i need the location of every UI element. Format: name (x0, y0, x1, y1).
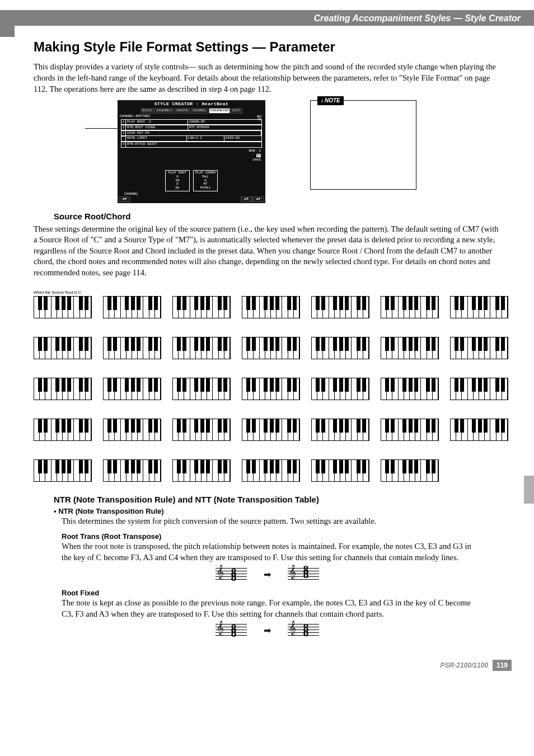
lcd-row-left: PLAY ROOT :C (126, 120, 188, 124)
keyboard-sublabel (381, 482, 439, 486)
keyboard-sublabel (34, 400, 92, 405)
keyboard-label (172, 412, 231, 418)
note-tab: ♪NOTE (317, 96, 344, 105)
keyboard-label (450, 331, 508, 336)
keyboard-sublabel (103, 400, 161, 405)
keyboard-label (381, 290, 439, 295)
keyboard-cell (242, 372, 300, 405)
lcd-footer-updown-1: ▲▼ (119, 196, 130, 202)
intro-paragraph: This display provides a variety of style… (34, 62, 500, 95)
keyboard-label (242, 453, 300, 459)
lcd-row3-low: LOW:C-2 (187, 136, 224, 141)
keyboard-cell (450, 331, 508, 364)
mini-keyboard (311, 337, 369, 359)
mini-keyboard (103, 459, 161, 482)
keyboard-sublabel (242, 359, 300, 364)
mini-keyboard (381, 296, 439, 318)
mini-keyboard (381, 419, 439, 441)
lcd-play-chord-val: M7#11 (195, 186, 216, 190)
keyboard-label (242, 372, 300, 377)
keyboard-cell (34, 372, 92, 405)
keyboard-sublabel (103, 441, 161, 445)
root-trans-head: Root Trans (Root Transpose) (62, 532, 500, 542)
lcd-play-root-box: PLAY ROOT G G# D Eb (165, 170, 190, 191)
footer-page-number: 119 (493, 660, 512, 671)
keyboard-cell (311, 290, 369, 323)
keyboard-label (311, 412, 369, 418)
keyboard-label (172, 331, 231, 336)
keyboard-cell (103, 290, 161, 323)
page-title: Making Style File Format Settings — Para… (34, 38, 500, 56)
keyboard-cell (450, 372, 508, 405)
lcd-row3-highkey: HIGH KEY:F# (126, 131, 261, 135)
keyboard-row (34, 372, 500, 405)
lcd-tab-assembly: ASSEMBLY (154, 108, 174, 114)
keyboard-sublabel (311, 359, 369, 364)
callout-line (85, 128, 118, 129)
chord-notes: 88 (303, 567, 309, 576)
mini-keyboard (450, 296, 508, 318)
keyboard-sublabel (172, 359, 231, 364)
staff-after: 𝄞 8o (288, 622, 319, 640)
mini-keyboard (242, 459, 300, 482)
keyboard-label (450, 372, 508, 377)
mini-keyboard (311, 419, 369, 441)
lcd-row3-high: HIGH:G8 (224, 136, 261, 141)
keyboard-cell (450, 290, 508, 323)
note-label: NOTE (325, 97, 340, 104)
keyboard-grid: When the Source Root is C: (34, 290, 500, 486)
keyboard-cell (103, 412, 161, 445)
root-fixed-head: Root Fixed (62, 588, 500, 598)
lcd-tab-parameter: PARAMETER (209, 108, 230, 114)
lcd-title: STYLE CREATOR : HeartBeat (119, 101, 264, 107)
keyboard-sublabel (311, 482, 369, 486)
keyboard-label (103, 372, 161, 377)
ntr-heading: NTR (Note Transposition Rule) and NTT (N… (54, 494, 500, 505)
mini-keyboard (450, 337, 508, 359)
mini-keyboard (381, 378, 439, 400)
keyboard-sublabel (311, 318, 369, 323)
chord-notes: 8o (303, 626, 309, 635)
staff-after: 𝄞 88 (288, 566, 319, 584)
keyboard-label (34, 331, 92, 336)
arrow-right-icon: ➡ (264, 624, 271, 637)
keyboard-cell (34, 331, 92, 364)
keyboard-label (381, 412, 439, 418)
keyboard-cell (103, 372, 161, 405)
side-thumb-tab (524, 476, 534, 504)
lcd-row-3-bottom: NOTE LIMIT LOW:C-2 HIGH:G8 (121, 136, 262, 142)
arrow-right-icon: ➡ (264, 569, 271, 581)
lcd-screen: STYLE CREATOR : HeartBeat BASIC ASSEMBLY… (118, 100, 265, 203)
mini-keyboard (450, 419, 508, 441)
lcd-row-num: 2 (121, 125, 126, 130)
keyboard-row (34, 331, 500, 364)
keyboard-label: When the Source Root is C: (34, 290, 92, 295)
lcd-row-right: CHORD:M7 (188, 120, 261, 124)
lcd-row-num: 3 (121, 131, 126, 135)
mini-keyboard (34, 337, 92, 359)
keyboard-label (381, 331, 439, 336)
keyboard-label (311, 372, 369, 377)
keyboard-cell (381, 372, 439, 405)
lcd-channel-label: CHANNEL:RHYTHM2 (120, 114, 263, 119)
chord-notes: 88 (231, 626, 237, 635)
ntr-bullet-body: This determines the system for pitch con… (62, 516, 480, 527)
keyboard-sublabel (34, 482, 92, 486)
keyboard-sublabel (172, 318, 231, 323)
keyboard-label (103, 290, 161, 295)
lcd-row-left: NTR:ROOT FIXED (126, 125, 188, 130)
header-breadcrumb: Creating Accompaniment Styles — Style Cr… (314, 12, 521, 25)
mini-keyboard (103, 337, 161, 359)
keyboard-cell (172, 290, 231, 323)
keyboard-label (450, 412, 508, 418)
mini-keyboard (103, 296, 161, 318)
mini-keyboard (172, 378, 231, 400)
lcd-save-icon: 💾 (256, 154, 261, 158)
keyboard-cell: When the Source Root is C: (34, 290, 92, 323)
lcd-row-num: 4 (121, 142, 126, 147)
mini-keyboard (242, 378, 300, 400)
keyboard-sublabel (381, 441, 439, 445)
keyboard-sublabel (242, 318, 300, 323)
keyboard-cell (450, 412, 508, 445)
mini-keyboard (242, 337, 300, 359)
